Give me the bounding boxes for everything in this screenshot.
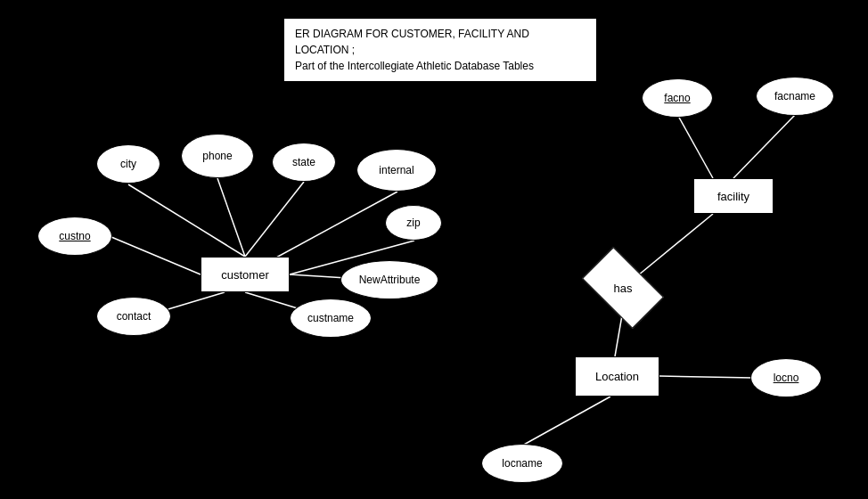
has-relationship: has bbox=[587, 266, 659, 310]
facno-attribute: facno bbox=[642, 78, 713, 118]
custname-attribute: custname bbox=[290, 299, 372, 338]
title-line2: Part of the Intercollegiate Athletic Dat… bbox=[295, 58, 585, 74]
zip-label: zip bbox=[406, 217, 420, 229]
internal-attribute: internal bbox=[356, 149, 437, 192]
er-diagram: ER DIAGRAM FOR CUSTOMER, FACILITY AND LO… bbox=[0, 0, 868, 499]
facno-label: facno bbox=[664, 92, 690, 104]
facname-label: facname bbox=[774, 90, 815, 102]
contact-label: contact bbox=[117, 310, 151, 323]
svg-line-0 bbox=[128, 184, 245, 257]
city-attribute: city bbox=[96, 144, 160, 184]
svg-line-13 bbox=[659, 376, 753, 378]
newattribute-label: NewAttribute bbox=[359, 274, 421, 286]
newattribute-attribute: NewAttribute bbox=[340, 260, 438, 299]
locname-label: locname bbox=[502, 457, 542, 470]
facname-attribute: facname bbox=[756, 77, 834, 116]
facility-label: facility bbox=[717, 190, 749, 203]
custname-label: custname bbox=[307, 312, 354, 324]
phone-attribute: phone bbox=[181, 134, 254, 178]
locname-attribute: locname bbox=[481, 444, 563, 483]
customer-entity: customer bbox=[201, 257, 290, 292]
internal-label: internal bbox=[379, 164, 414, 176]
customer-label: customer bbox=[221, 268, 268, 282]
locno-label: locno bbox=[774, 372, 799, 384]
location-entity: Location bbox=[575, 356, 659, 397]
svg-line-2 bbox=[245, 182, 304, 257]
has-label: has bbox=[614, 282, 633, 295]
svg-line-1 bbox=[217, 178, 245, 257]
contact-attribute: contact bbox=[96, 297, 171, 336]
state-attribute: state bbox=[272, 143, 336, 182]
zip-attribute: zip bbox=[385, 205, 442, 241]
title-box: ER DIAGRAM FOR CUSTOMER, FACILITY AND LO… bbox=[283, 18, 597, 82]
phone-label: phone bbox=[202, 150, 232, 162]
svg-line-8 bbox=[111, 237, 201, 274]
custno-attribute: custno bbox=[37, 217, 112, 256]
custno-label: custno bbox=[59, 230, 90, 242]
svg-line-10 bbox=[733, 114, 796, 178]
city-label: city bbox=[120, 158, 136, 170]
title-line1: ER DIAGRAM FOR CUSTOMER, FACILITY AND LO… bbox=[295, 26, 585, 58]
locno-attribute: locno bbox=[750, 358, 822, 397]
svg-line-14 bbox=[522, 397, 610, 446]
facility-entity: facility bbox=[693, 178, 774, 214]
location-label: Location bbox=[595, 370, 639, 383]
svg-line-9 bbox=[678, 116, 713, 178]
state-label: state bbox=[292, 156, 315, 168]
